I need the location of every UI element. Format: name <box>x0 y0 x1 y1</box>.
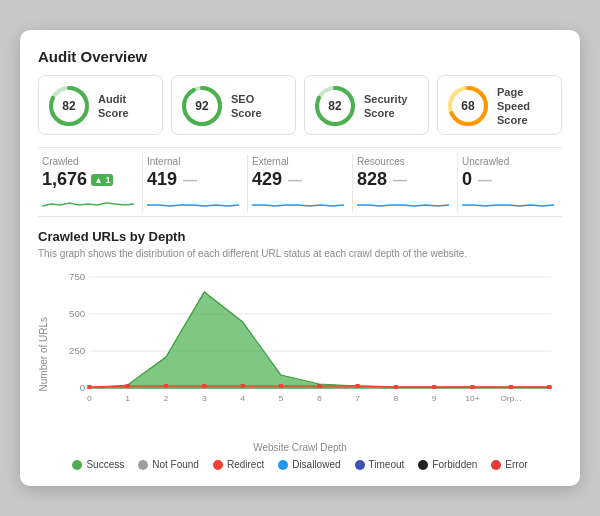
graph-title: Crawled URLs by Depth <box>38 229 562 244</box>
seo-score-circle: 92 <box>180 84 224 128</box>
legend-item-not-found: Not Found <box>138 459 199 470</box>
audit-score-label: Audit Score <box>98 92 154 121</box>
svg-rect-25 <box>355 384 359 388</box>
mini-chart <box>147 192 239 210</box>
speed-score-label: Page Speed Score <box>497 85 553 128</box>
svg-rect-29 <box>509 385 513 389</box>
stat-label: Internal <box>147 156 239 167</box>
mini-chart <box>252 192 344 210</box>
stat-dash: — <box>478 172 492 188</box>
legend-label: Timeout <box>369 459 405 470</box>
legend-dot <box>213 460 223 470</box>
legend-dot <box>355 460 365 470</box>
chart-legend: Success Not Found Redirect Disallowed Ti… <box>38 459 562 470</box>
svg-rect-22 <box>240 384 244 388</box>
x-axis-label: Website Crawl Depth <box>38 442 562 453</box>
security-score-circle: 82 <box>313 84 357 128</box>
legend-item-error: Error <box>491 459 527 470</box>
legend-label: Disallowed <box>292 459 340 470</box>
svg-rect-24 <box>317 384 321 388</box>
security-score-label: Security Score <box>364 92 420 121</box>
audit-score-value: 82 <box>62 99 75 113</box>
svg-rect-27 <box>432 385 436 389</box>
svg-text:250: 250 <box>69 346 85 356</box>
stat-value: 0 <box>462 169 472 190</box>
mini-chart <box>357 192 449 210</box>
legend-label: Error <box>505 459 527 470</box>
seo-score-label: SEO Score <box>231 92 287 121</box>
mini-chart <box>42 192 134 210</box>
chart-area: 750 500 250 0 <box>51 267 562 442</box>
score-card-seo: 92 SEO Score <box>171 75 296 135</box>
svg-rect-26 <box>394 385 398 389</box>
stat-badge: ▲ 1 <box>91 174 113 186</box>
svg-text:5: 5 <box>279 394 284 403</box>
security-score-value: 82 <box>328 99 341 113</box>
svg-text:8: 8 <box>394 394 399 403</box>
legend-item-redirect: Redirect <box>213 459 264 470</box>
legend-item-disallowed: Disallowed <box>278 459 340 470</box>
score-cards-row: 82 Audit Score 92 SEO Score 82 Security … <box>38 75 562 135</box>
svg-marker-17 <box>89 292 551 388</box>
stats-row: Crawled 1,676 ▲ 1 Internal 419 — Externa… <box>38 147 562 217</box>
svg-rect-23 <box>279 384 283 388</box>
speed-score-value: 68 <box>461 99 474 113</box>
legend-item-success: Success <box>72 459 124 470</box>
svg-text:7: 7 <box>355 394 360 403</box>
stat-label: Uncrawled <box>462 156 554 167</box>
svg-text:9: 9 <box>432 394 437 403</box>
legend-label: Success <box>86 459 124 470</box>
svg-text:500: 500 <box>69 309 85 319</box>
seo-score-value: 92 <box>195 99 208 113</box>
svg-text:6: 6 <box>317 394 322 403</box>
svg-text:750: 750 <box>69 272 85 282</box>
stat-value: 1,676 <box>42 169 87 190</box>
svg-rect-28 <box>470 385 474 389</box>
stat-dash: — <box>393 172 407 188</box>
audit-overview-card: Audit Overview 82 Audit Score 92 SEO Sco… <box>20 30 580 486</box>
svg-text:2: 2 <box>164 394 169 403</box>
stat-cell-external: External 429 — <box>248 154 353 212</box>
mini-chart <box>462 192 554 210</box>
stat-label: External <box>252 156 344 167</box>
stat-cell-resources: Resources 828 — <box>353 154 458 212</box>
svg-text:4: 4 <box>240 394 245 403</box>
y-axis-label: Number of URLs <box>38 317 49 391</box>
svg-text:0: 0 <box>87 394 92 403</box>
svg-rect-21 <box>202 384 206 388</box>
stat-dash: — <box>288 172 302 188</box>
score-card-security: 82 Security Score <box>304 75 429 135</box>
stat-cell-crawled: Crawled 1,676 ▲ 1 <box>38 154 143 212</box>
legend-item-forbidden: Forbidden <box>418 459 477 470</box>
svg-text:0: 0 <box>80 383 85 393</box>
speed-score-circle: 68 <box>446 84 490 128</box>
legend-dot <box>278 460 288 470</box>
stat-value: 419 <box>147 169 177 190</box>
svg-rect-18 <box>87 385 91 389</box>
svg-text:3: 3 <box>202 394 207 403</box>
svg-rect-20 <box>164 384 168 388</box>
legend-label: Not Found <box>152 459 199 470</box>
graph-section: Crawled URLs by Depth This graph shows t… <box>38 229 562 470</box>
stat-value: 828 <box>357 169 387 190</box>
svg-rect-30 <box>547 385 551 389</box>
svg-rect-19 <box>126 384 130 388</box>
legend-dot <box>491 460 501 470</box>
audit-score-circle: 82 <box>47 84 91 128</box>
score-card-speed: 68 Page Speed Score <box>437 75 562 135</box>
legend-dot <box>72 460 82 470</box>
stat-label: Resources <box>357 156 449 167</box>
svg-text:10+: 10+ <box>465 394 480 403</box>
stat-label: Crawled <box>42 156 134 167</box>
legend-label: Redirect <box>227 459 264 470</box>
graph-description: This graph shows the distribution of eac… <box>38 248 562 259</box>
stat-cell-uncrawled: Uncrawled 0 — <box>458 154 562 212</box>
score-card-audit: 82 Audit Score <box>38 75 163 135</box>
stat-dash: — <box>183 172 197 188</box>
legend-label: Forbidden <box>432 459 477 470</box>
section-title: Audit Overview <box>38 48 562 65</box>
svg-text:1: 1 <box>125 394 130 403</box>
legend-item-timeout: Timeout <box>355 459 405 470</box>
svg-text:Orp...: Orp... <box>500 394 521 403</box>
stat-cell-internal: Internal 419 — <box>143 154 248 212</box>
